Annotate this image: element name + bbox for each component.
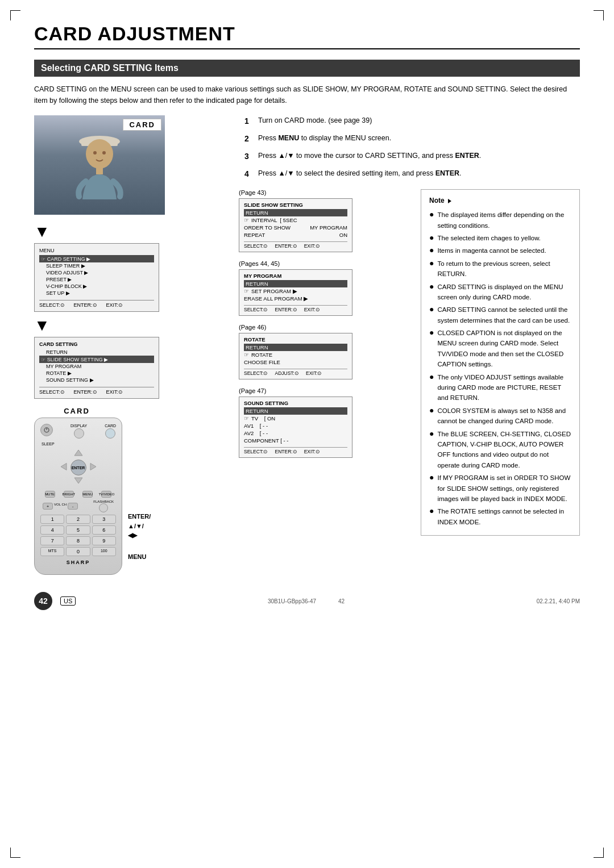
footer-code: 30B1U-GBpp36-47 xyxy=(268,598,316,604)
sub-screen-46-rotate: ☞ROTATE xyxy=(244,351,347,358)
page-footer: 42 US 30B1U-GBpp36-47 42 02.2.21, 4:40 P… xyxy=(34,589,580,610)
us-label: US xyxy=(60,596,76,606)
page-title: CARD ADJUSTMENT xyxy=(34,23,580,49)
sub-screen-46: ROTATE RETURN ☞ROTATE CHOOSE FILE SELECT… xyxy=(239,333,352,379)
sub-screen-43-bar: SELECT:⊙ ENTER:⊙ EXIT:⊙ xyxy=(244,241,347,249)
remote-left-btn[interactable] xyxy=(60,462,68,473)
remote-num-0[interactable]: 0 xyxy=(66,547,90,556)
note-item-9: ● COLOR SYSTEM is always set to N358 and… xyxy=(429,406,571,427)
sub-screen-47: SOUND SETTING RETURN ☞TV [ ON AV1 [ - - … xyxy=(239,397,352,458)
sub-screen-group-47: (Page 47) SOUND SETTING RETURN ☞TV [ ON … xyxy=(239,387,412,458)
note-item-1: ● The displayed items differ depending o… xyxy=(429,210,571,231)
step-1-content: Turn on CARD mode. (see page 39) xyxy=(258,115,580,127)
sub-screen-group-43: (Page 43) SLIDE SHOW SETTING RETURN ☞INT… xyxy=(239,189,412,252)
remote-num-1[interactable]: 1 xyxy=(40,515,64,524)
remote-flashback-btn[interactable] xyxy=(99,503,108,512)
note-column: Note ● The displayed items differ depend… xyxy=(421,189,580,536)
sub-screen-43-title: SLIDE SHOW SETTING xyxy=(244,202,347,208)
remote-right-btn[interactable] xyxy=(89,462,97,473)
sub-screen-47-component: COMPONENT [ - - xyxy=(244,437,347,444)
remote-display-label: DISPLAY xyxy=(70,424,87,428)
step-4-num: 4 xyxy=(244,168,254,180)
ms2-item-myprogram: MY PROGRAM xyxy=(39,363,154,370)
remote-brand: SHARP xyxy=(40,560,116,565)
remote-power-btn[interactable] xyxy=(40,424,53,436)
page-number-badge: 42 xyxy=(34,592,52,610)
footer-right: 02.2.21, 4:40 PM xyxy=(537,598,580,604)
ms2-item-rotate: ROTATE ▶ xyxy=(39,370,154,377)
menu-screen-1: MENU ☞ CARD SETTING ▶ SLEEP TIMER ▶ VIDE… xyxy=(34,243,159,312)
remote-control: DISPLAY CARD SLEEP xyxy=(34,418,122,575)
sub-screen-43: SLIDE SHOW SETTING RETURN ☞INTERVAL [ 5S… xyxy=(239,198,352,252)
person-silhouette-svg xyxy=(71,120,128,211)
step-4-content: Press ▲/▼ to select the desired setting … xyxy=(258,168,580,180)
remote-minus-btn[interactable]: - xyxy=(68,503,78,510)
svg-marker-11 xyxy=(90,464,96,470)
note-item-11: ● If MY PROGRAM is set in ORDER TO SHOW … xyxy=(429,473,571,504)
remote-bright-btn[interactable]: BRIGHT xyxy=(64,491,74,498)
svg-marker-10 xyxy=(61,464,67,470)
remote-num-4[interactable]: 4 xyxy=(40,525,64,535)
ms1-bar: SELECT:⊙ ENTER:⊙ EXIT:⊙ xyxy=(39,300,154,308)
remote-up-btn[interactable] xyxy=(74,449,83,458)
remote-num-6[interactable]: 6 xyxy=(92,525,116,535)
sub-screen-43-interval: ☞INTERVAL [ 5SEC xyxy=(244,216,347,224)
remote-num-100[interactable]: 100 xyxy=(92,547,116,556)
note-box: Note ● The displayed items differ depend… xyxy=(421,189,580,536)
remote-tvvideo-btn[interactable]: TV/VIDEO xyxy=(101,491,111,498)
screens-column: (Page 43) SLIDE SHOW SETTING RETURN ☞INT… xyxy=(239,189,412,536)
ms1-item-vchip: V-CHIP BLOCK ▶ xyxy=(39,283,154,290)
footer-page: 42 xyxy=(338,598,345,604)
remote-plus-btn[interactable]: + xyxy=(43,503,53,510)
ms2-bar: SELECT:⊙ ENTER:⊙ EXIT:⊙ xyxy=(39,387,154,395)
step-4: 4 Press ▲/▼ to select the desired settin… xyxy=(244,168,580,180)
remote-mute-btn[interactable]: MUTE xyxy=(45,491,55,498)
note-item-2: ● The selected item chages to yellow. xyxy=(429,233,571,243)
remote-num-3[interactable]: 3 xyxy=(92,515,116,524)
step-1-num: 1 xyxy=(244,115,254,127)
remote-flashback-label: FLASHBACK xyxy=(93,500,114,503)
svg-point-2 xyxy=(86,139,113,169)
remote-display-btn[interactable] xyxy=(74,428,84,439)
step-3-num: 3 xyxy=(244,151,254,162)
sub-screen-group-44: (Pages 44, 45) MY PROGRAM RETURN ☞SET PR… xyxy=(239,260,412,316)
ms1-item-card-setting: ☞ CARD SETTING ▶ xyxy=(39,255,154,262)
remote-enter-btn[interactable]: ENTER xyxy=(70,460,86,475)
remote-menu-btn[interactable]: MENU xyxy=(82,491,93,498)
remote-num-9[interactable]: 9 xyxy=(92,536,116,545)
note-item-5: ● CARD SETTING is displayed on the MENU … xyxy=(429,282,571,303)
arrow-down-1: ▼ xyxy=(34,224,50,240)
ms1-item-preset: PRESET ▶ xyxy=(39,276,154,283)
remote-sleep-label: SLEEP xyxy=(42,442,55,446)
remote-num-2[interactable]: 2 xyxy=(66,515,90,524)
note-title: Note xyxy=(429,195,571,206)
corner-mark-tl xyxy=(10,10,20,20)
sub-screen-47-return: RETURN xyxy=(244,407,347,415)
remote-down-btn[interactable] xyxy=(74,477,83,486)
remote-num-mts[interactable]: MTS xyxy=(40,547,64,556)
corner-mark-tr xyxy=(594,10,604,20)
menu-label: MENU xyxy=(128,553,146,560)
sub-screen-group-46: (Page 46) ROTATE RETURN ☞ROTATE CHOOSE F… xyxy=(239,324,412,379)
page-ref-47: (Page 47) xyxy=(239,387,412,394)
remote-num-7[interactable]: 7 xyxy=(40,536,64,545)
note-item-12: ● The ROTATE settings cannot be selected… xyxy=(429,506,571,527)
sub-screen-43-return: RETURN xyxy=(244,209,347,216)
sub-screen-43-order: ORDER TO SHOWMY PROGRAM xyxy=(244,224,347,231)
sub-screen-47-av1: AV1 [ - - xyxy=(244,422,347,429)
arrow-down-2: ▼ xyxy=(34,318,50,333)
sub-screen-44: MY PROGRAM RETURN ☞SET PROGRAM ▶ ERASE A… xyxy=(239,269,352,316)
remote-num-8[interactable]: 8 xyxy=(66,536,90,545)
remote-card-label: CARD xyxy=(105,424,116,428)
note-item-10: ● The BLUE SCREEN, CH-SETTING, CLOSED CA… xyxy=(429,429,571,471)
page-ref-46: (Page 46) xyxy=(239,324,412,331)
sub-screen-47-bar: SELECT:⊙ ENTER:⊙ EXIT:⊙ xyxy=(244,447,347,454)
remote-num-5[interactable]: 5 xyxy=(66,525,90,535)
ms1-item-sleep: SLEEP TIMER ▶ xyxy=(39,262,154,269)
card-label-remote: CARD xyxy=(34,407,119,415)
step-2-num: 2 xyxy=(244,133,254,145)
sub-screen-46-bar: SELECT:⊙ ADJUST:⊙ EXIT:⊙ xyxy=(244,369,347,376)
remote-card-btn[interactable] xyxy=(105,428,115,439)
svg-point-4 xyxy=(102,151,106,155)
sub-screen-44-setprogram: ☞SET PROGRAM ▶ xyxy=(244,287,347,295)
